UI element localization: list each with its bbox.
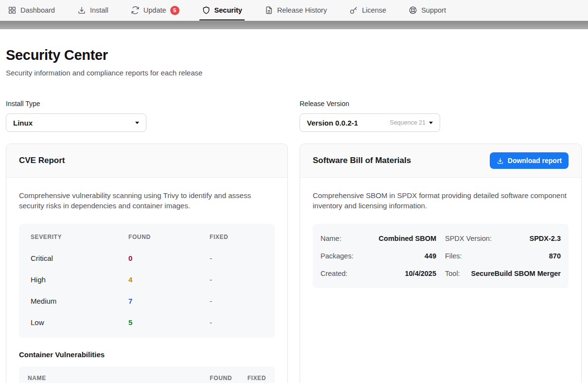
fixed-count: -	[210, 297, 263, 305]
download-icon	[497, 157, 504, 164]
fixed-count: -	[210, 318, 263, 327]
tab-dashboard[interactable]: Dashboard	[8, 0, 55, 20]
tab-support-label: Support	[421, 6, 446, 14]
install-type-group: Install Type Linux	[6, 100, 288, 132]
severity-name: High	[31, 275, 128, 284]
container-vulnerabilities-title: Container Vulnerabilities	[19, 350, 275, 359]
header-shadow-band	[0, 21, 588, 29]
sbom-card: Software Bill of Materials Download repo…	[300, 144, 582, 383]
severity-name: Medium	[31, 297, 128, 305]
cve-description: Comprehensive vulnerability scanning usi…	[19, 190, 275, 211]
install-type-select[interactable]: Linux	[6, 113, 146, 132]
severity-name: Critical	[31, 254, 128, 262]
severity-name: Low	[31, 318, 128, 327]
tab-license[interactable]: License	[349, 0, 386, 20]
update-count-badge: 5	[170, 6, 179, 15]
tab-update-label: Update	[143, 6, 166, 14]
tab-install[interactable]: Install	[77, 0, 108, 20]
sbom-card-title: Software Bill of Materials	[313, 156, 411, 165]
fixed-count: -	[210, 254, 263, 262]
release-version-label: Release Version	[300, 100, 582, 108]
found-count: 4	[128, 275, 210, 284]
sbom-created-value: 10/4/2025	[405, 270, 436, 277]
refresh-icon	[131, 6, 140, 15]
table-row-high: High 4 -	[19, 269, 275, 291]
tab-dashboard-label: Dashboard	[20, 6, 55, 14]
page-title: Security Center	[6, 47, 582, 63]
col-fixed: Fixed	[210, 234, 263, 240]
sbom-card-header: Software Bill of Materials Download repo…	[300, 144, 581, 178]
sbom-description: Comprehensive SBOM in SPDX format provid…	[313, 190, 569, 211]
severity-table: Severity Found Fixed Critical 0 - High 4…	[19, 224, 275, 338]
shield-icon	[202, 6, 211, 15]
document-icon	[265, 6, 273, 15]
sbom-files-label: Files:	[445, 252, 462, 260]
table-row: Created: 10/4/2025 Tool: SecureBuild SBO…	[321, 265, 561, 282]
tab-install-label: Install	[90, 6, 108, 14]
sbom-files-value: 870	[549, 252, 561, 260]
sbom-details-table: Name: Combined SBOM SPDX Version: SPDX-2…	[313, 224, 569, 288]
cve-card-title: CVE Report	[19, 156, 65, 165]
sbom-created-label: Created:	[321, 270, 348, 277]
chevron-down-icon	[429, 122, 433, 124]
cards-row: CVE Report Comprehensive vulnerability s…	[6, 144, 582, 383]
cve-card-header: CVE Report	[6, 144, 287, 178]
main-content: Security Center Security information and…	[0, 47, 588, 383]
key-icon	[349, 6, 358, 15]
top-navbar: Dashboard Install Update 5 Security Rele…	[0, 0, 588, 21]
col-fixed: Fixed	[232, 375, 266, 382]
page-subtitle: Security information and compliance repo…	[6, 69, 582, 77]
release-sequence-label: Sequence 21	[390, 119, 426, 126]
release-version-value: Version 0.0.2-1	[307, 119, 358, 127]
install-type-label: Install Type	[6, 100, 288, 108]
col-found: Found	[128, 234, 210, 240]
sbom-tool-label: Tool:	[445, 270, 460, 277]
sbom-name-label: Name:	[321, 235, 341, 242]
cve-card-body: Comprehensive vulnerability scanning usi…	[6, 178, 287, 383]
tab-release-history-label: Release History	[277, 6, 327, 14]
filters-row: Install Type Linux Release Version Versi…	[6, 100, 582, 132]
install-type-value: Linux	[13, 119, 33, 127]
sbom-name-value: Combined SBOM	[379, 235, 436, 242]
download-report-label: Download report	[508, 157, 562, 164]
table-row: Name: Combined SBOM SPDX Version: SPDX-2…	[321, 230, 561, 247]
download-icon	[77, 6, 86, 15]
dashboard-icon	[8, 6, 17, 15]
sbom-spdx-version-value: SPDX-2.3	[530, 235, 561, 242]
download-report-button[interactable]: Download report	[490, 152, 569, 169]
col-severity: Severity	[31, 234, 128, 240]
release-version-group: Release Version Version 0.0.2-1 Sequence…	[300, 100, 582, 132]
sbom-spdx-version-label: SPDX Version:	[445, 235, 492, 242]
tab-security-label: Security	[214, 6, 242, 14]
tab-update[interactable]: Update 5	[131, 0, 179, 20]
col-name: Name	[28, 375, 188, 382]
sbom-tool-value: SecureBuild SBOM Merger	[471, 270, 561, 277]
found-count: 7	[128, 297, 210, 305]
tab-support[interactable]: Support	[409, 0, 446, 20]
tab-license-label: License	[362, 6, 386, 14]
sbom-card-body: Comprehensive SBOM in SPDX format provid…	[300, 178, 581, 301]
chevron-down-icon	[135, 122, 139, 124]
lifebuoy-icon	[409, 6, 417, 15]
cve-report-card: CVE Report Comprehensive vulnerability s…	[6, 144, 288, 383]
found-count: 0	[128, 254, 210, 262]
col-found: Found	[188, 375, 232, 382]
table-row-medium: Medium 7 -	[19, 291, 275, 312]
tab-release-history[interactable]: Release History	[265, 0, 327, 20]
release-version-select[interactable]: Version 0.0.2-1 Sequence 21	[300, 113, 440, 132]
table-row-critical: Critical 0 -	[19, 248, 275, 269]
fixed-count: -	[210, 275, 263, 284]
table-row-low: Low 5 -	[19, 312, 275, 333]
found-count: 5	[128, 318, 210, 327]
table-row: Packages: 449 Files: 870	[321, 247, 561, 265]
severity-table-header: Severity Found Fixed	[19, 226, 275, 248]
container-table-header: Name Found Fixed	[19, 366, 275, 383]
tab-security[interactable]: Security	[202, 0, 242, 20]
sbom-packages-value: 449	[425, 252, 436, 260]
sbom-packages-label: Packages:	[321, 252, 354, 260]
